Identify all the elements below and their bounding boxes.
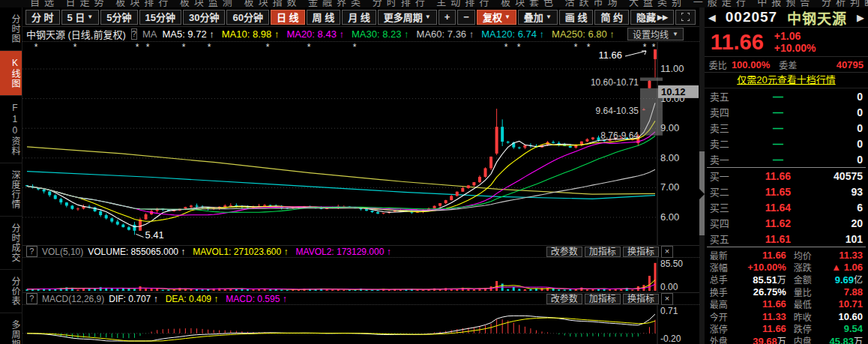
weicha-label: 委差 [779, 58, 797, 71]
level-price: — [740, 91, 816, 103]
period-5day[interactable]: 5 日▼ [61, 10, 100, 25]
tool-button-group: +−复权▼叠加▼画 线简 约隐藏▶▶ [438, 10, 696, 25]
change-value: +1.06 [774, 30, 816, 42]
stats-table: 最新11.66均价11.33涨幅+10.00%涨跌▲ 1.06总手85.51万金… [705, 247, 868, 344]
level-price: — [740, 154, 816, 166]
quote-level-row[interactable]: 买四11.6220 [705, 215, 868, 231]
period-monthly[interactable]: 月 线 [342, 10, 376, 25]
quote-level-row[interactable]: 卖四—0 [705, 104, 868, 120]
prev-stock-icon[interactable]: ◀ [708, 12, 716, 23]
switch-indicator-button[interactable]: 换指标 [623, 294, 659, 304]
svg-text:*: * [182, 42, 186, 52]
help-icon[interactable]: ? [26, 246, 37, 257]
quote-level-row[interactable]: 买一11.6640575 [705, 168, 868, 184]
fullscreen-button[interactable] [675, 10, 696, 25]
stat-row: 换手26.75%量比7.88 [710, 286, 863, 298]
stat-label: 换手 [710, 286, 737, 298]
bid-queue: 买一11.6640575买二11.6593买三11.646买四11.6220买五… [705, 168, 868, 247]
next-stock-icon[interactable]: ▶ [857, 12, 864, 23]
top-menu-clipped[interactable]: 自选 日走势 板块排行 板块监测 板块指数 金融界类 分时排行 主动排行 板块套… [0, 0, 868, 7]
level-volume: 0 [816, 122, 863, 134]
close-icon[interactable]: × [661, 293, 673, 305]
sidebar-tab-item[interactable]: F10资料 [0, 96, 22, 163]
svg-text:11.66: 11.66 [598, 49, 622, 61]
stock-nav: ◀ 002057 中钢天源 ▶ [705, 7, 868, 28]
stat-value: 39.68万 [737, 334, 786, 344]
overlay-button[interactable]: 叠加▼ [518, 10, 558, 25]
quote-level-row[interactable]: 卖五—0 [705, 88, 868, 104]
zoom-out-button[interactable]: − [457, 10, 475, 25]
help-icon[interactable]: ? [131, 28, 137, 40]
level-label: 卖五 [710, 89, 740, 103]
svg-text:*: * [136, 42, 139, 52]
period-daily[interactable]: 日 线 [271, 10, 305, 25]
svg-text:*: * [587, 42, 591, 52]
stat-label: 量比 [794, 286, 821, 298]
quote-level-row[interactable]: 买五11.61101 [705, 231, 868, 247]
sidebar-tab-active[interactable]: K线图 [0, 51, 22, 96]
panel-splitter[interactable] [699, 7, 705, 344]
macd-pane-header: ? MACD(12,26,9) DIF: 0.707 ↑DEA: 0.409 ↑… [22, 292, 699, 305]
quote-level-row[interactable]: 买二11.6593 [705, 184, 868, 199]
level-label: 买一 [710, 169, 740, 183]
macd-chart[interactable]: 0.71-0.20 [22, 305, 699, 344]
sidebar-tab-item[interactable]: 深度行情 [0, 163, 22, 217]
add-indicator-button[interactable]: 加指标 [585, 247, 621, 257]
price-adjust-button[interactable]: 复权▼ [477, 10, 516, 25]
add-indicator-button[interactable]: 加指标 [585, 294, 621, 304]
period-60min[interactable]: 60分钟 [226, 10, 268, 25]
indicator-value: DEA: 0.409 ↑ [166, 294, 219, 304]
level-volume: 40575 [816, 170, 863, 182]
sidebar-tab-item[interactable]: 分时成交 [0, 217, 22, 270]
chevron-down-icon: ▼ [504, 13, 510, 20]
period-15min[interactable]: 15分钟 [139, 10, 181, 25]
quote-level-row[interactable]: 买三11.646 [705, 199, 868, 215]
sidebar-tab-item[interactable]: 分价表 [0, 270, 22, 313]
change-params-button[interactable]: 改参数 [546, 247, 582, 257]
sidebar-tab-item[interactable]: 多周期 [0, 313, 22, 344]
quote-level-row[interactable]: 卖三—0 [705, 120, 868, 136]
switch-indicator-button[interactable]: 换指标 [623, 247, 659, 257]
period-5min[interactable]: 5分钟 [100, 10, 137, 25]
collapse-arrow-icon[interactable] [699, 189, 705, 199]
level-label: 卖四 [710, 105, 740, 119]
level-label: 买三 [710, 200, 740, 214]
period-intraday[interactable]: 分 时 [25, 10, 60, 25]
period-30min[interactable]: 30分钟 [183, 10, 225, 25]
indicator-value: DIF: 0.707 ↑ [109, 294, 157, 304]
stat-row: 最高11.66最低10.71 [710, 298, 863, 310]
level-price: — [740, 122, 816, 134]
indicator-value: VOLUME: 855065.000 ↑ [88, 247, 185, 257]
candlestick-chart[interactable]: 11.0010.009.008.007.006.0010.60-10.719.6… [22, 42, 699, 245]
hide-button[interactable]: 隐藏▶▶ [630, 10, 674, 25]
stat-label: 跌停 [794, 322, 821, 335]
sidebar-tab-item[interactable]: 分时图 [0, 7, 22, 51]
chart-area: 分 时5 日▼5分钟15分钟30分钟60分钟日 线周 线月 线更多周期▼ +−复… [22, 7, 699, 344]
indicator-value: MA30: 8.23 ↑ [352, 28, 409, 40]
change-params-button[interactable]: 改参数 [546, 294, 582, 304]
period-weekly[interactable]: 周 线 [307, 10, 341, 25]
svg-text:*: * [146, 42, 150, 52]
quote-level-row[interactable]: 卖二—0 [705, 136, 868, 151]
stat-label: 最新 [710, 249, 737, 262]
stat-label: 昨收 [794, 310, 821, 323]
ma-settings-button[interactable]: 设置均线▼ [627, 28, 684, 40]
svg-text:7.00: 7.00 [660, 181, 679, 193]
more-periods[interactable]: 更多周期▼ [378, 10, 437, 25]
volume-chart[interactable]: 85.500.00 [22, 258, 699, 292]
help-icon[interactable]: ? [26, 293, 37, 304]
stat-value: 9.69亿 [821, 273, 863, 286]
simple-mode-button[interactable]: 简 约 [594, 10, 629, 25]
draw-line-button[interactable]: 画 线 [559, 10, 594, 25]
close-icon[interactable]: × [661, 246, 673, 258]
level10-promo-link[interactable]: 仅需20元查看十档行情 [737, 74, 835, 85]
stat-value: 11.33 [737, 311, 786, 322]
chevron-down-icon: ▼ [425, 13, 431, 20]
level-volume: 0 [816, 138, 863, 150]
zoom-in-button[interactable]: + [438, 10, 456, 25]
svg-text:0.71: 0.71 [660, 306, 678, 316]
svg-text:11.00: 11.00 [660, 63, 684, 74]
quote-level-row[interactable]: 卖一—0 [705, 151, 868, 167]
indicator-name: VOL(5,10) [42, 247, 83, 257]
level-label: 卖三 [710, 121, 740, 135]
